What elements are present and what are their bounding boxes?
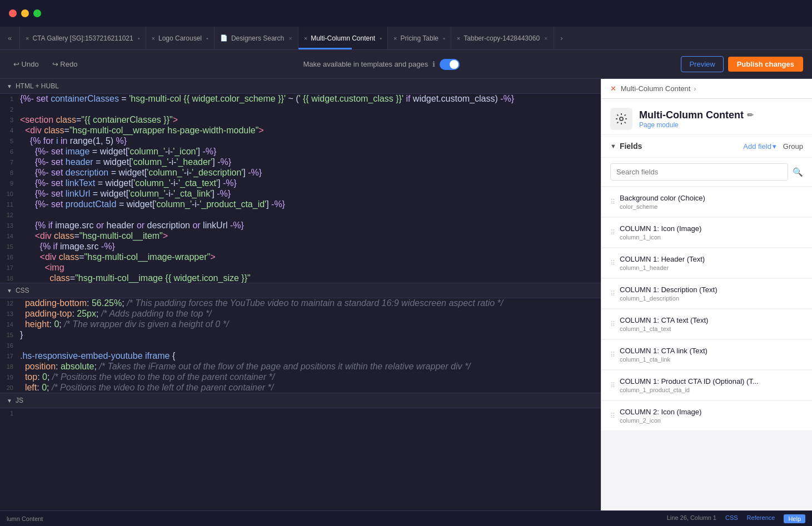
field-item-col1-description[interactable]: ⠿ COLUMN 1: Description (Text) column_1_…	[601, 279, 812, 309]
add-field-button[interactable]: Add field ▾	[743, 142, 776, 151]
tab-designers-search[interactable]: 📄 Designers Search ×	[215, 27, 298, 49]
collapse-arrow-icon: ▼	[7, 83, 12, 89]
field-info: COLUMN 1: Icon (Image) column_1_icon	[620, 224, 701, 241]
field-item-col1-icon[interactable]: ⠿ COLUMN 1: Icon (Image) column_1_icon	[601, 218, 812, 248]
search-fields-input[interactable]	[610, 163, 788, 181]
field-item-col1-header[interactable]: ⠿ COLUMN 1: Header (Text) column_1_heade…	[601, 248, 812, 278]
css-section-header[interactable]: ▼ CSS	[0, 283, 601, 298]
code-line: 13 {% if image.src or header or descript…	[0, 221, 601, 231]
info-icon: ℹ	[432, 60, 435, 68]
tab-close-button[interactable]: •	[138, 35, 140, 42]
code-line: 19 top: 0; /* Positions the video to the…	[0, 372, 601, 383]
field-name: COLUMN 1: CTA link (Text)	[620, 347, 708, 355]
field-name: COLUMN 1: Icon (Image)	[620, 224, 701, 233]
tab-label: Tabber-copy-1428443060	[464, 34, 540, 42]
field-item-col1-cta-text[interactable]: ⠿ COLUMN 1: CTA text (Text) column_1_cta…	[601, 309, 812, 339]
field-key: color_scheme	[620, 203, 705, 210]
tab-close-icon[interactable]: ×	[152, 35, 155, 42]
tab-multi-column[interactable]: × Multi-Column Content •	[298, 27, 388, 49]
fields-actions: Add field ▾ Group	[743, 142, 803, 151]
redo-button[interactable]: ↪ Redo	[48, 58, 82, 71]
field-item-background-color[interactable]: ⠿ Background color (Choice) color_scheme	[601, 187, 812, 217]
field-info: COLUMN 1: CTA text (Text) column_1_cta_t…	[620, 316, 708, 332]
tab-tabber-copy[interactable]: × Tabber-copy-1428443060 ×	[451, 27, 554, 49]
field-item-col1-cta-link[interactable]: ⠿ COLUMN 1: CTA link (Text) column_1_cta…	[601, 340, 812, 370]
search-icon[interactable]: 🔍	[793, 167, 803, 177]
tab-label: Designers Search	[231, 34, 284, 42]
toolbar-left: ↩ Undo ↪ Redo	[9, 58, 82, 71]
availability-toggle[interactable]	[440, 59, 460, 70]
fields-header: ▼ Fields Add field ▾ Group	[601, 135, 812, 158]
tab-logo-carousel[interactable]: × Logo Carousel •	[146, 27, 215, 49]
module-subtitle: Page module	[639, 121, 803, 129]
code-editor: ▼ HTML + HUBL 1 {%- set containerClasses…	[0, 79, 601, 526]
js-section: ▼ JS 1	[0, 393, 601, 419]
more-tabs-button[interactable]: ›	[554, 27, 570, 49]
module-icon	[610, 108, 632, 130]
module-title-text: Multi-Column Content	[639, 109, 744, 121]
tab-cta-gallery[interactable]: × CTA Gallery [SG]:1537216211021 •	[20, 27, 146, 49]
minimize-traffic-light[interactable]	[21, 9, 29, 17]
fields-list: ⠿ Background color (Choice) color_scheme…	[601, 187, 812, 526]
collapse-sidebar-button[interactable]: «	[0, 27, 20, 49]
group-button[interactable]: Group	[783, 142, 803, 151]
edit-title-icon[interactable]: ✏	[747, 111, 754, 119]
undo-button[interactable]: ↩ Undo	[9, 58, 43, 71]
tab-label: CTA Gallery [SG]:1537216211021	[32, 34, 133, 42]
collapse-arrow-icon: ▼	[7, 398, 12, 404]
css-label: CSS	[16, 287, 29, 294]
preview-button[interactable]: Preview	[681, 56, 723, 72]
tab-close-icon[interactable]: ×	[457, 35, 460, 42]
code-line: 6 {%- set image = widget['column_'-i-'_i…	[0, 147, 601, 157]
tab-close-icon[interactable]: ×	[26, 35, 29, 42]
maximize-traffic-light[interactable]	[33, 9, 41, 17]
field-info: COLUMN 1: CTA link (Text) column_1_cta_l…	[620, 347, 708, 363]
css-link[interactable]: CSS	[725, 514, 738, 523]
help-button[interactable]: Help	[784, 514, 805, 523]
titlebar	[0, 0, 812, 27]
fields-collapse-arrow[interactable]: ▼	[610, 143, 616, 149]
html-hubl-section: ▼ HTML + HUBL 1 {%- set containerClasses…	[0, 79, 601, 283]
js-code-area[interactable]: 1	[0, 408, 601, 419]
close-traffic-light[interactable]	[9, 9, 17, 17]
tab-close-button[interactable]: •	[206, 35, 208, 42]
tab-pricing-table[interactable]: × Pricing Table •	[388, 27, 451, 49]
field-key: column_1_description	[620, 295, 718, 302]
code-line: 16 <div class="hsg-multi-col__image-wrap…	[0, 252, 601, 263]
tab-close-button[interactable]: ×	[544, 35, 547, 42]
document-icon: 📄	[220, 34, 228, 42]
field-item-col1-product-cta[interactable]: ⠿ COLUMN 1: Product CTA ID (Optional) (T…	[601, 370, 812, 400]
toolbar: ↩ Undo ↪ Redo Make available in template…	[0, 50, 812, 79]
css-code-area[interactable]: 12 padding-bottom: 56.25%; /* This paddi…	[0, 298, 601, 393]
field-key: column_1_header	[620, 264, 705, 271]
field-name: COLUMN 1: Description (Text)	[620, 285, 718, 294]
code-line: 14 height: 0; /* The wrapper div is give…	[0, 319, 601, 330]
code-line: 5 {% for i in range(1, 5) %}	[0, 136, 601, 147]
code-line: 13 padding-top: 25px; /* Adds padding to…	[0, 309, 601, 319]
tab-close-button[interactable]: •	[380, 35, 382, 42]
tab-close-icon[interactable]: ×	[393, 35, 397, 42]
html-hubl-header[interactable]: ▼ HTML + HUBL	[0, 79, 601, 94]
js-section-header[interactable]: ▼ JS	[0, 393, 601, 408]
drag-handle-icon: ⠿	[610, 320, 615, 328]
field-key: column_1_cta_text	[620, 325, 708, 332]
code-line: 18 class="hsg-multi-col__image {{ widget…	[0, 273, 601, 283]
field-info: COLUMN 1: Header (Text) column_1_header	[620, 255, 705, 271]
code-line: 1	[0, 408, 601, 419]
statusbar-tab-label: lumn Content	[7, 515, 43, 522]
code-line: 20 left: 0; /* Positions the video to th…	[0, 383, 601, 393]
field-item-col2-icon[interactable]: ⠿ COLUMN 2: Icon (Image) column_2_icon	[601, 401, 812, 431]
tab-close-button[interactable]: ×	[288, 35, 292, 42]
code-line: 12 padding-bottom: 56.25%; /* This paddi…	[0, 298, 601, 309]
right-panel: ✕ Multi-Column Content › Multi-Column Co…	[601, 79, 812, 526]
settings-icon: ✕	[610, 84, 616, 93]
code-line: 17 <img	[0, 263, 601, 273]
tab-close-button[interactable]: •	[443, 35, 445, 42]
html-hubl-code-area[interactable]: 1 {%- set containerClasses = 'hsg-multi-…	[0, 94, 601, 283]
tab-close-icon[interactable]: ×	[304, 35, 307, 42]
reference-link[interactable]: Reference	[747, 514, 775, 523]
code-line: 1 {%- set containerClasses = 'hsg-multi-…	[0, 94, 601, 104]
publish-button[interactable]: Publish changes	[728, 57, 803, 72]
breadcrumb-parent-link[interactable]: ✕ Multi-Column Content	[610, 84, 690, 93]
drag-handle-icon: ⠿	[610, 198, 615, 206]
